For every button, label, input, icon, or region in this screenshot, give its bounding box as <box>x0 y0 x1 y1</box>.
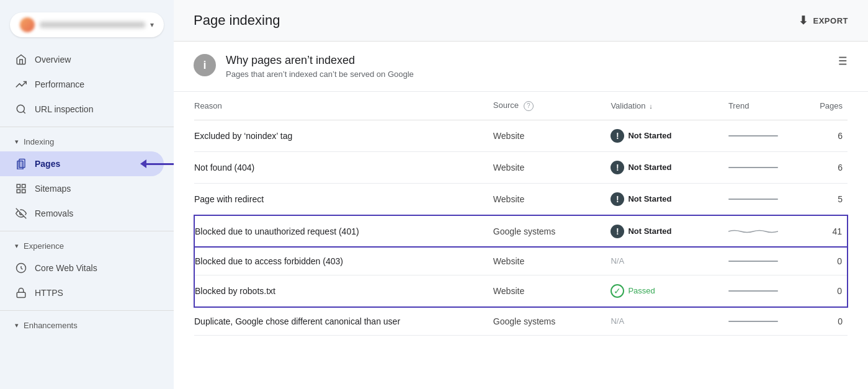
trend-line <box>728 135 778 136</box>
validation-cell: ! Not Started <box>606 215 723 248</box>
reason-column-header: Reason <box>194 92 488 120</box>
reason-cell: Duplicate, Google chose different canoni… <box>194 307 488 336</box>
validation-cell: N/A <box>606 307 723 336</box>
reason-cell: Not found (404) <box>194 151 488 183</box>
svg-rect-7 <box>17 190 20 193</box>
validation-text: Not Started <box>628 131 671 140</box>
reason-cell: Blocked by robots.txt <box>194 275 488 307</box>
source-cell: Website <box>488 247 606 275</box>
sidebar-item-label: Sitemaps <box>35 184 71 194</box>
indexing-table: Reason Source ? Validation ↓ Trend Pages <box>194 92 848 336</box>
table-row[interactable]: Not found (404) Website ! Not Started 6 <box>194 151 848 183</box>
chevron-down-icon: ▾ <box>15 138 19 146</box>
enhancements-section-label[interactable]: ▾ Enhancements <box>0 316 174 335</box>
export-icon: ⬇ <box>799 14 808 27</box>
property-name <box>40 22 145 28</box>
property-avatar <box>20 17 35 32</box>
validation-badge: ! Not Started <box>611 129 718 143</box>
sidebar-item-label: HTTPS <box>35 288 63 298</box>
table-header-row: Reason Source ? Validation ↓ Trend Pages <box>194 92 848 120</box>
trend-cell <box>723 275 808 307</box>
source-cell: Google systems <box>488 307 606 336</box>
divider <box>0 231 174 231</box>
section-label: Enhancements <box>24 321 78 330</box>
validation-text: Passed <box>628 286 655 295</box>
validation-badge: ✓ Passed <box>611 284 718 298</box>
filter-icon[interactable] <box>834 54 848 69</box>
sidebar-item-url-inspection[interactable]: URL inspection <box>0 97 164 122</box>
sidebar-item-label: Pages <box>35 159 60 169</box>
reason-cell: Excluded by ‘noindex’ tag <box>194 120 488 151</box>
pages-cell: 6 <box>808 120 848 151</box>
pages-icon <box>15 158 27 170</box>
info-section: i Why pages aren’t indexed Pages that ar… <box>174 42 868 92</box>
validation-badge: ! Not Started <box>611 192 718 206</box>
source-help-icon[interactable]: ? <box>524 101 534 111</box>
table-row[interactable]: Excluded by ‘noindex’ tag Website ! Not … <box>194 120 848 151</box>
export-button[interactable]: ⬇ EXPORT <box>799 14 848 27</box>
property-dropdown[interactable]: ▾ <box>10 12 164 37</box>
info-subtitle: Pages that aren’t indexed can’t be serve… <box>226 69 414 79</box>
trend-column-header: Trend <box>723 92 808 120</box>
info-text: Why pages aren’t indexed Pages that aren… <box>226 54 414 79</box>
sidebar-item-overview[interactable]: Overview <box>0 47 164 72</box>
sidebar-item-https[interactable]: HTTPS <box>0 280 164 305</box>
section-label: Experience <box>24 241 64 251</box>
table-container: Reason Source ? Validation ↓ Trend Pages <box>174 92 868 336</box>
svg-rect-3 <box>17 161 23 170</box>
page-header: Page indexing ⬇ EXPORT <box>174 0 868 42</box>
svg-rect-8 <box>22 190 25 193</box>
source-cell: Website <box>488 275 606 307</box>
trend-cell <box>723 247 808 275</box>
trend-line <box>728 290 778 292</box>
sidebar-item-core-web-vitals[interactable]: Core Web Vitals <box>0 256 164 280</box>
validation-text: N/A <box>611 316 624 326</box>
validation-text: Not Started <box>628 163 671 172</box>
gauge-icon <box>15 262 27 274</box>
chevron-down-icon: ▾ <box>15 242 19 250</box>
page-title: Page indexing <box>194 12 280 29</box>
table-row[interactable]: Blocked due to access forbidden (403) We… <box>194 247 848 275</box>
validation-cell: N/A <box>606 247 723 275</box>
sidebar-item-label: Removals <box>35 208 73 218</box>
validation-column-header[interactable]: Validation ↓ <box>606 92 723 120</box>
validation-badge: N/A <box>611 256 718 266</box>
validation-cell: ! Not Started <box>606 151 723 183</box>
validation-text: Not Started <box>628 194 671 203</box>
sidebar-item-sitemaps[interactable]: Sitemaps <box>0 176 164 201</box>
table-row[interactable]: Blocked by robots.txt Website ✓ Passed 0 <box>194 275 848 307</box>
sidebar: ▾ Overview Performance URL inspection ▾ … <box>0 0 174 389</box>
sidebar-item-label: Performance <box>35 79 84 89</box>
trend-cell <box>723 151 808 183</box>
svg-line-1 <box>23 111 25 113</box>
table-row[interactable]: Duplicate, Google chose different canoni… <box>194 307 848 336</box>
sidebar-item-pages[interactable]: Pages <box>0 151 164 176</box>
main-content: Page indexing ⬇ EXPORT i Why pages aren’… <box>174 0 868 389</box>
validation-badge: N/A <box>611 316 718 326</box>
sidebar-item-removals[interactable]: Removals <box>0 201 164 226</box>
experience-section-label[interactable]: ▾ Experience <box>0 236 174 256</box>
trend-cell <box>723 183 808 215</box>
export-label: EXPORT <box>813 16 848 25</box>
validation-passed-icon: ✓ <box>611 284 624 298</box>
lock-icon <box>15 287 27 299</box>
svg-point-0 <box>17 105 24 112</box>
validation-error-icon: ! <box>611 129 624 143</box>
validation-text: N/A <box>611 256 624 266</box>
sidebar-item-label: Core Web Vitals <box>35 263 97 273</box>
source-column-header: Source ? <box>488 92 606 120</box>
source-cell: Website <box>488 151 606 183</box>
property-selector[interactable]: ▾ <box>10 12 164 37</box>
sidebar-item-performance[interactable]: Performance <box>0 72 164 97</box>
info-title: Why pages aren’t indexed <box>226 54 414 67</box>
svg-rect-6 <box>22 184 25 187</box>
table-row[interactable]: Blocked due to unauthorized request (401… <box>194 215 848 248</box>
source-cell: Website <box>488 120 606 151</box>
indexing-section-label[interactable]: ▾ Indexing <box>0 132 174 151</box>
search-icon <box>15 103 27 115</box>
validation-badge: ! Not Started <box>611 161 718 174</box>
validation-error-icon: ! <box>611 161 624 174</box>
table-row[interactable]: Page with redirect Website ! Not Started… <box>194 183 848 215</box>
pages-cell: 5 <box>808 183 848 215</box>
svg-rect-5 <box>17 184 20 187</box>
